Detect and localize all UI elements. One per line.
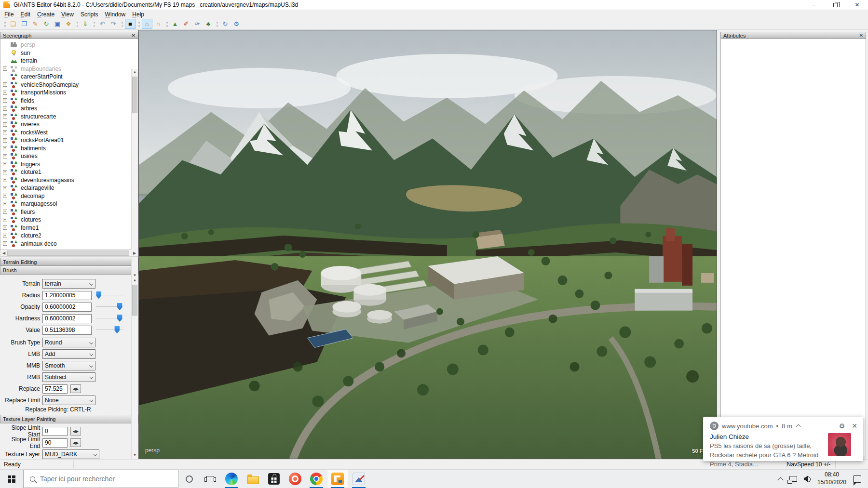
brush-section-header[interactable]: Brush ▼	[0, 266, 138, 275]
expand-toggle-icon[interactable]: +	[2, 177, 9, 183]
save-icon[interactable]: ▣	[52, 19, 63, 29]
menu-item[interactable]: View	[58, 11, 77, 18]
scenegraph-item[interactable]: + persp	[2, 41, 130, 49]
expand-toggle-icon[interactable]: +	[2, 153, 9, 159]
scenegraph-item[interactable]: + batiments	[2, 145, 130, 153]
scenegraph-item[interactable]: + usines	[2, 152, 130, 160]
slope-limit-start-stepper[interactable]: ◀▶	[70, 427, 81, 435]
value-slider[interactable]	[96, 325, 123, 335]
scroll-right-icon[interactable]: ▶	[131, 250, 138, 256]
taskbar-store[interactable]	[263, 470, 285, 488]
expand-toggle-icon[interactable]: +	[2, 106, 9, 112]
scenegraph-item[interactable]: + ferme1	[2, 224, 130, 232]
script-settings-icon[interactable]: ⚙	[231, 19, 242, 29]
scenegraph-item[interactable]: + mapBoundaries	[2, 65, 130, 73]
replace-limit-select[interactable]: None	[42, 396, 95, 405]
scenegraph-vertical-scrollbar[interactable]: ▲ ▼	[131, 69, 138, 279]
home-camera-icon[interactable]: ⌂	[142, 19, 152, 29]
expand-toggle-icon[interactable]: +	[2, 90, 9, 96]
terrain-panel-scrollbar[interactable]: ▲ ▼	[131, 277, 138, 459]
task-view-button[interactable]	[200, 470, 221, 488]
scenegraph-item[interactable]: + careerStartPoint	[2, 73, 130, 81]
expand-toggle-icon[interactable]: +	[2, 50, 9, 56]
terrain-sculpt-icon[interactable]: ▲	[170, 19, 180, 29]
open-file-icon[interactable]: ❐	[19, 19, 29, 29]
hardness-slider[interactable]	[96, 314, 123, 323]
brush-type-select[interactable]: Round	[42, 338, 95, 347]
scenegraph-item[interactable]: + arbres	[2, 105, 130, 113]
hardness-input[interactable]	[42, 314, 92, 323]
expand-toggle-icon[interactable]: +	[2, 97, 9, 104]
expand-toggle-icon[interactable]: +	[2, 169, 9, 175]
3d-viewport[interactable]: persp 50 FPS	[138, 30, 717, 459]
radius-slider[interactable]	[96, 290, 123, 300]
close-button[interactable]: ✕	[846, 0, 868, 10]
texture-layer-select[interactable]: MUD_DARK	[42, 449, 99, 459]
chevron-up-icon[interactable]	[796, 424, 800, 429]
replace-stepper[interactable]: ◀▶	[70, 384, 81, 393]
menu-item[interactable]: File	[1, 11, 17, 18]
redo-icon[interactable]: ↷	[108, 19, 119, 29]
terrain-paint-icon[interactable]: ✐	[181, 19, 191, 29]
expand-toggle-icon[interactable]: +	[2, 74, 9, 80]
script-run-icon[interactable]: ↻	[220, 19, 231, 29]
scroll-up-icon[interactable]: ▲	[132, 69, 138, 76]
reload-icon[interactable]: ↻	[41, 19, 52, 29]
notification-settings-icon[interactable]: ⚙	[839, 422, 845, 430]
expand-toggle-icon[interactable]: +	[2, 137, 9, 144]
volume-icon[interactable]	[804, 475, 811, 482]
value-input[interactable]	[42, 326, 92, 335]
hidden-icons-chevron[interactable]	[777, 477, 784, 483]
expand-toggle-icon[interactable]: +	[2, 66, 9, 72]
opacity-slider[interactable]	[96, 302, 123, 312]
menu-item[interactable]: Scripts	[77, 11, 102, 18]
expand-toggle-icon[interactable]: +	[2, 193, 9, 199]
lmb-select[interactable]: Add	[42, 349, 95, 359]
snap-magnet-icon[interactable]: ∩	[153, 19, 163, 29]
scenegraph-item[interactable]: + sun	[2, 49, 130, 57]
expand-toggle-icon[interactable]: +	[2, 58, 9, 64]
scenegraph-item[interactable]: + decomap	[2, 192, 130, 200]
slider-handle[interactable]	[114, 326, 120, 333]
taskbar-edge[interactable]	[221, 470, 242, 488]
scrollbar-thumb[interactable]	[132, 285, 137, 316]
scenegraph-item[interactable]: + cloture1	[2, 168, 130, 176]
import-icon[interactable]: ⇓	[80, 19, 91, 29]
slope-limit-start-input[interactable]	[42, 427, 68, 436]
expand-toggle-icon[interactable]: +	[2, 201, 9, 207]
close-icon[interactable]: ✕	[859, 33, 863, 38]
menu-item[interactable]: Create	[34, 11, 58, 18]
scrollbar-thumb[interactable]	[132, 77, 137, 113]
scenegraph-item[interactable]: + vehicleShopGameplay	[2, 81, 130, 89]
terrain-select[interactable]: terrain	[42, 279, 95, 289]
scrollbar-thumb[interactable]	[7, 251, 129, 256]
slider-handle[interactable]	[96, 291, 101, 299]
scenegraph-item[interactable]: + rocksWest	[2, 129, 130, 137]
expand-toggle-icon[interactable]: +	[2, 161, 9, 167]
restore-button[interactable]	[825, 0, 846, 10]
scenegraph-horizontal-scrollbar[interactable]: ◀ ▶	[0, 250, 138, 257]
scenegraph-item[interactable]: + eclairageville	[2, 184, 130, 192]
scenegraph-item[interactable]: + terrain	[2, 57, 130, 65]
scenegraph-item[interactable]: + rivieres	[2, 120, 130, 129]
expand-toggle-icon[interactable]: +	[2, 185, 9, 191]
taskbar-file-explorer[interactable]	[242, 470, 263, 488]
minimize-button[interactable]: –	[803, 0, 825, 10]
rmb-select[interactable]: Subtract	[42, 372, 95, 382]
search-input[interactable]	[40, 475, 170, 483]
scenegraph-item[interactable]: + rocksPortArea01	[2, 136, 130, 145]
new-file-icon[interactable]: ❏	[8, 19, 18, 29]
clock[interactable]: 08:40 15/10/2020	[817, 471, 846, 486]
edit-file-icon[interactable]: ✎	[30, 19, 41, 29]
taskbar-image-app[interactable]	[348, 470, 369, 488]
expand-toggle-icon[interactable]: +	[2, 233, 9, 239]
selection-mode-icon[interactable]: ■	[125, 19, 136, 29]
scroll-left-icon[interactable]: ◀	[0, 250, 7, 256]
replace-input[interactable]	[42, 384, 68, 394]
menu-item[interactable]: Help	[129, 11, 148, 18]
scenegraph-item[interactable]: + fields	[2, 97, 130, 105]
mmb-select[interactable]: Smooth	[42, 361, 95, 370]
start-button[interactable]	[0, 470, 23, 488]
expand-toggle-icon[interactable]: +	[2, 240, 9, 247]
opacity-input[interactable]	[42, 303, 92, 312]
